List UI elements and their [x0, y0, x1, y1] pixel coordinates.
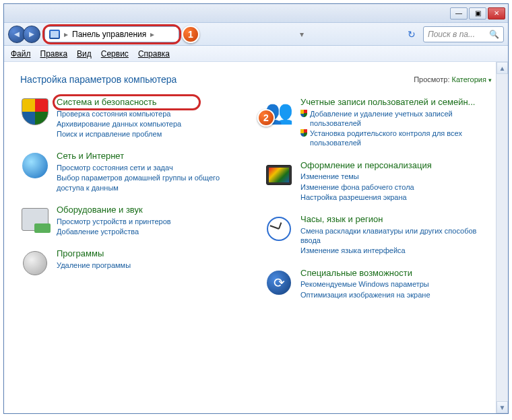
category-title-label: Система и безопасность — [57, 97, 157, 107]
sublink[interactable]: Добавление и удаление учетных записей по… — [300, 109, 492, 129]
content-area: Настройка параметров компьютера Просмотр… — [4, 62, 508, 413]
sublink[interactable]: Смена раскладки клавиатуры или других сп… — [300, 226, 492, 246]
search-placeholder: Поиск в па... — [428, 30, 475, 39]
category-title-programs[interactable]: Программы — [57, 248, 248, 259]
category-programs: Программы Удаление программы — [20, 248, 248, 278]
menu-bar: Файл Правка Вид Сервис Справка — [4, 46, 508, 62]
sublink[interactable]: Просмотр устройств и принтеров — [57, 217, 248, 226]
sublink[interactable]: Проверка состояния компьютера — [57, 109, 248, 118]
sublink[interactable]: Архивирование данных компьютера — [57, 119, 248, 129]
breadcrumb-sep: ▸ — [64, 30, 68, 39]
close-button[interactable]: ✕ — [488, 7, 505, 20]
page-title: Настройка параметров компьютера — [20, 74, 177, 85]
control-panel-icon — [49, 30, 60, 39]
category-title-clock[interactable]: Часы, язык и регион — [300, 214, 492, 225]
menu-edit[interactable]: Правка — [40, 49, 68, 59]
menu-view[interactable]: Вид — [77, 49, 92, 59]
breadcrumb-label: Панель управления — [72, 30, 146, 39]
control-panel-window: — ▣ ✕ ◄ ► ▸ Панель управления ▸ 1 ▾ ↻ По… — [3, 3, 509, 414]
sublink[interactable]: Просмотр состояния сети и задач — [57, 163, 248, 172]
right-column: 👥 Учетные записи пользователей и семейн.… — [264, 97, 492, 300]
search-input[interactable]: Поиск в па... 🔍 — [423, 26, 504, 42]
sublink[interactable]: Выбор параметров домашней группы и общег… — [57, 173, 248, 193]
scroll-down-button[interactable]: ▼ — [497, 401, 508, 413]
sublink[interactable]: Изменение фона рабочего стола — [300, 182, 492, 192]
ease-of-access-icon: ⟳ — [264, 268, 294, 298]
nav-buttons: ◄ ► — [8, 26, 40, 43]
search-icon: 🔍 — [489, 30, 499, 39]
category-hardware: Оборудование и звук Просмотр устройств и… — [20, 205, 248, 236]
category-title-system-security[interactable]: Система и безопасность 2 — [57, 97, 248, 108]
category-ease: ⟳ Специальные возможности Рекомендуемые … — [264, 268, 492, 300]
chevron-down-icon[interactable]: ▾ — [488, 77, 492, 83]
scroll-up-button[interactable]: ▲ — [497, 62, 508, 74]
sublink[interactable]: Рекомендуемые Windows параметры — [300, 279, 492, 289]
refresh-button[interactable]: ↻ — [404, 27, 419, 42]
menu-help[interactable]: Справка — [138, 49, 170, 59]
category-title-network[interactable]: Сеть и Интернет — [57, 151, 248, 162]
address-bar: ◄ ► ▸ Панель управления ▸ 1 ▾ ↻ Поиск в … — [4, 23, 508, 46]
annotation-marker-1: 1 — [182, 26, 199, 43]
sublink[interactable]: Поиск и исправление проблем — [57, 129, 248, 139]
printer-icon — [20, 205, 50, 234]
sublink[interactable]: Изменение темы — [300, 172, 492, 181]
clock-icon — [264, 214, 294, 244]
sublink[interactable]: Добавление устройства — [57, 227, 248, 236]
left-column: Система и безопасность 2 Проверка состоя… — [20, 97, 248, 300]
category-title-appearance[interactable]: Оформление и персонализация — [300, 160, 492, 171]
category-system-security: Система и безопасность 2 Проверка состоя… — [20, 97, 248, 139]
titlebar: — ▣ ✕ — [4, 4, 508, 23]
category-network: Сеть и Интернет Просмотр состояния сети … — [20, 151, 248, 192]
sublink[interactable]: Изменение языка интерфейса — [300, 246, 492, 255]
category-title-users[interactable]: Учетные записи пользователей и семейн... — [300, 97, 492, 108]
sublink[interactable]: Установка родительского контроля для все… — [300, 129, 492, 148]
breadcrumb[interactable]: ▸ Панель управления ▸ — [44, 26, 179, 42]
maximize-button[interactable]: ▣ — [469, 7, 486, 20]
category-clock: Часы, язык и регион Смена раскладки клав… — [264, 214, 492, 255]
shield-icon — [20, 97, 50, 127]
menu-tools[interactable]: Сервис — [101, 49, 129, 59]
breadcrumb-tail-sep[interactable]: ▸ — [150, 30, 154, 39]
sublink[interactable]: Оптимизация изображения на экране — [300, 290, 492, 300]
forward-button[interactable]: ► — [23, 26, 40, 43]
disc-icon — [20, 248, 50, 278]
menu-file[interactable]: Файл — [11, 49, 31, 59]
address-dropdown[interactable]: ▾ — [300, 30, 304, 39]
monitor-icon — [264, 160, 294, 190]
annotation-marker-2: 2 — [257, 109, 275, 127]
sublink[interactable]: Настройка разрешения экрана — [300, 193, 492, 202]
category-title-hardware[interactable]: Оборудование и звук — [57, 205, 248, 215]
category-users: 👥 Учетные записи пользователей и семейн.… — [264, 97, 492, 148]
category-title-ease[interactable]: Специальные возможности — [300, 268, 492, 279]
category-columns: Система и безопасность 2 Проверка состоя… — [20, 97, 492, 300]
vertical-scrollbar[interactable]: ▲ ▼ — [496, 62, 508, 413]
minimize-button[interactable]: — — [450, 7, 468, 20]
category-appearance: Оформление и персонализация Изменение те… — [264, 160, 492, 202]
sublink[interactable]: Удаление программы — [57, 260, 248, 270]
view-by-value[interactable]: Категория — [452, 75, 486, 83]
view-by: Просмотр: Категория ▾ — [414, 75, 492, 83]
view-by-label: Просмотр: — [414, 75, 449, 83]
globe-icon — [20, 151, 50, 180]
heading-row: Настройка параметров компьютера Просмотр… — [20, 74, 492, 85]
